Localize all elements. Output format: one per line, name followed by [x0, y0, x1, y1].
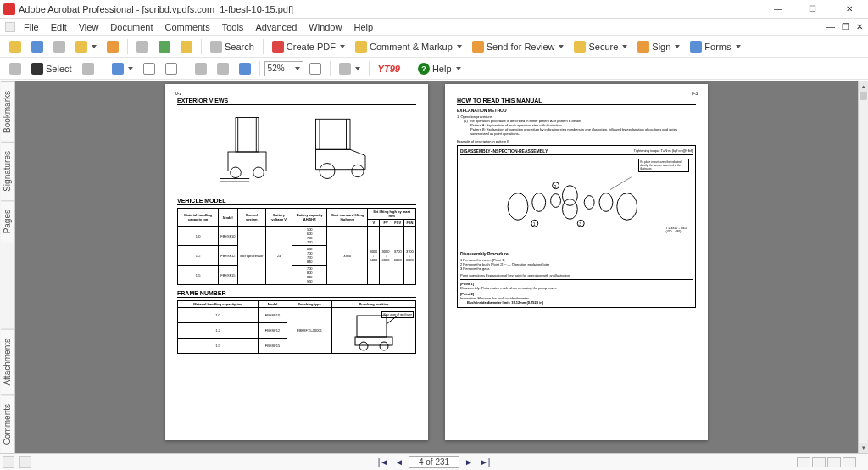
prev-page-button[interactable]: ◄: [392, 456, 406, 468]
titlebar: Adobe Acrobat Professional - [scribd.vpd…: [0, 0, 868, 19]
dp-step3: 3 Remove the gear.: [460, 266, 693, 271]
email-button[interactable]: [103, 38, 123, 55]
page-number: 0-3: [692, 91, 698, 96]
vehicle-model-table: Material handling capacity ton Model Con…: [177, 208, 416, 285]
continuous-view-button[interactable]: [812, 457, 826, 467]
fit-width-button[interactable]: [191, 60, 211, 77]
close-button[interactable]: ✕: [834, 2, 865, 17]
forms-button[interactable]: Forms: [686, 38, 744, 55]
menu-tools[interactable]: Tools: [217, 20, 249, 34]
rotate-button[interactable]: [235, 60, 255, 77]
help-icon: ?: [418, 63, 430, 75]
tab-signatures[interactable]: Signatures: [1, 142, 14, 200]
scan-button[interactable]: [132, 38, 153, 55]
fit-page-button[interactable]: [213, 60, 233, 77]
print-button[interactable]: [49, 38, 70, 55]
svg-point-15: [359, 342, 368, 350]
svg-text:3: 3: [579, 222, 581, 227]
continuous-facing-view-button[interactable]: [843, 457, 856, 467]
plus-icon: [165, 63, 177, 75]
example-label: Example of description in pattern B: [457, 139, 696, 143]
zoom-field[interactable]: 52%: [264, 61, 303, 76]
menu-advanced[interactable]: Advanced: [250, 20, 302, 34]
first-page-button[interactable]: |◄: [376, 456, 390, 468]
last-page-button[interactable]: ►|: [478, 456, 492, 468]
mdi-close[interactable]: ✕: [856, 22, 863, 31]
heading-frame-number: FRAME NUMBER: [177, 290, 416, 298]
window-controls: — ☐ ✕: [766, 2, 865, 17]
search-button[interactable]: Search: [206, 38, 259, 55]
tab-bookmarks[interactable]: Bookmarks: [1, 81, 14, 142]
point-ops: Point operations Explanation of key poin…: [460, 273, 693, 277]
pen-icon: [637, 41, 649, 53]
svg-point-16: [380, 342, 388, 350]
fit-page-icon: [217, 63, 229, 75]
facing-view-button[interactable]: [827, 457, 841, 467]
send-review-button[interactable]: Send for Review: [468, 38, 569, 55]
view-mode-buttons: [797, 457, 868, 467]
menu-document[interactable]: Document: [105, 20, 158, 34]
doc-menu-icon[interactable]: [5, 22, 15, 32]
statusbar: |◄ ◄ 4 of 231 ► ►|: [0, 453, 868, 470]
menu-view[interactable]: View: [74, 20, 104, 34]
clipboard-icon: [181, 41, 192, 53]
comment-markup-button[interactable]: Comment & Markup: [351, 38, 466, 55]
th-mhc: Material handling capacity ton: [178, 209, 219, 227]
secure-button[interactable]: Secure: [570, 38, 632, 55]
menu-file[interactable]: File: [19, 20, 44, 34]
mdi-minimize[interactable]: —: [826, 22, 835, 31]
torque-callout: T = 4810 – 6810 (470 – 480): [665, 227, 687, 233]
zoom-in-tool[interactable]: [108, 60, 137, 77]
menu-help[interactable]: Help: [348, 20, 378, 34]
yt-button[interactable]: YT99: [374, 60, 404, 77]
zoom-value: 52%: [268, 64, 285, 73]
minimize-button[interactable]: —: [766, 2, 790, 17]
mdi-restore[interactable]: ❐: [842, 22, 849, 31]
maximize-button[interactable]: ☐: [800, 2, 824, 17]
hand-tool[interactable]: [5, 60, 25, 77]
document-area[interactable]: 0-2 EXTERIOR VIEWS VEHICLE MODEL Materia…: [15, 81, 858, 453]
sign-button[interactable]: Sign: [633, 38, 684, 55]
send-label: Send for Review: [487, 42, 555, 52]
scroll-up-icon[interactable]: ▴: [859, 81, 868, 92]
toolbar-secondary: Select 52% YT99 ?Help: [0, 58, 868, 80]
tab-pages[interactable]: Pages: [1, 200, 14, 242]
scroll-down-icon[interactable]: ▾: [859, 443, 868, 453]
heading-vehicle-model: VEHICLE MODEL: [177, 198, 416, 205]
menu-comments[interactable]: Comments: [160, 20, 215, 34]
save-button[interactable]: [27, 38, 47, 55]
page-size-icon[interactable]: [3, 456, 14, 468]
rotate-icon: [239, 63, 251, 75]
help-button[interactable]: ?Help: [414, 60, 465, 77]
open-button[interactable]: [5, 38, 25, 55]
organizer-button[interactable]: [71, 38, 101, 55]
help-label: Help: [432, 64, 452, 74]
single-page-view-button[interactable]: [797, 457, 810, 467]
next-page-button[interactable]: ►: [462, 456, 476, 468]
snapshot-tool[interactable]: [78, 60, 98, 77]
zoom-in-button[interactable]: [161, 60, 181, 77]
web-capture-button[interactable]: [154, 38, 175, 55]
example-box: DISASSEMBLY·INSPECTION·REASSEMBLY Tighte…: [457, 145, 696, 308]
layers-icon[interactable]: [19, 456, 31, 468]
binoculars-icon: [210, 41, 222, 53]
page-indicator[interactable]: 4 of 231: [409, 456, 459, 468]
menu-edit[interactable]: Edit: [46, 20, 72, 34]
zoom-plus-button[interactable]: [305, 60, 326, 77]
send-icon: [472, 41, 484, 53]
lock-icon: [574, 41, 586, 53]
clipboard-button[interactable]: [176, 38, 197, 55]
tab-attachments[interactable]: Attachments: [1, 329, 14, 394]
zoom-out-button[interactable]: [139, 60, 159, 77]
tab-comments[interactable]: Comments: [1, 394, 14, 453]
th-model: Model: [219, 209, 237, 227]
scroll-thumb[interactable]: [860, 92, 867, 100]
vertical-scrollbar[interactable]: ▴ ▾: [858, 81, 868, 453]
select-tool[interactable]: Select: [27, 60, 76, 77]
object-data-button[interactable]: [335, 60, 364, 77]
toolbar-primary: Search Create PDF Comment & Markup Send …: [0, 36, 868, 58]
create-pdf-button[interactable]: Create PDF: [268, 38, 349, 55]
menu-window[interactable]: Window: [303, 20, 347, 34]
svg-text:2: 2: [554, 184, 556, 188]
page-indicator-text: 4 of 231: [419, 457, 449, 467]
